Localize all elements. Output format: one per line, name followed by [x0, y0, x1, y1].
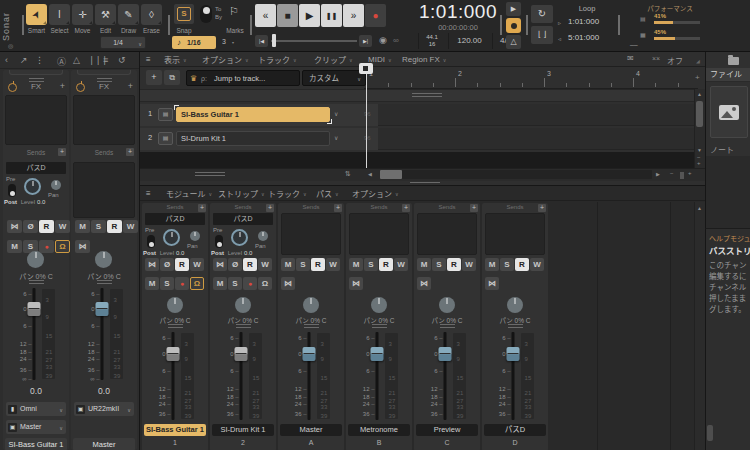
fader-cap[interactable] [234, 347, 247, 361]
position-slider[interactable] [271, 40, 357, 42]
add-track-button[interactable]: + [146, 70, 162, 85]
interleave-button[interactable]: ⋈ [145, 258, 159, 271]
send-level-knob[interactable] [231, 229, 248, 246]
h-scroll-thumb[interactable] [380, 170, 402, 179]
volume-fader[interactable]: 60612182436∞391521273339 [8, 286, 64, 382]
popout-icon[interactable]: ↗ [20, 55, 27, 65]
pause-button[interactable]: ❚❚ [321, 4, 342, 27]
send-slot[interactable]: パスD [213, 213, 273, 225]
volume-fader[interactable]: 60612182436∞391521273339 [76, 286, 132, 382]
track-row[interactable]: 1▤SI-Bass Guitar 1∨96 [140, 104, 694, 126]
mute-button[interactable]: M [213, 277, 227, 290]
add-send-button[interactable]: + [538, 204, 546, 212]
v-scrollbar[interactable] [694, 202, 705, 450]
strip-name[interactable]: Preview [416, 424, 478, 436]
interleave-button[interactable]: ⋈ [213, 258, 227, 271]
menu-item[interactable]: オプション∨ [352, 186, 399, 201]
undo-icon[interactable]: ↺ [118, 55, 125, 65]
snap-button[interactable]: S [174, 4, 194, 24]
pan-knob[interactable] [507, 297, 523, 313]
read-button[interactable]: R [107, 220, 122, 233]
record-button[interactable]: ● [365, 4, 386, 27]
add-send-button[interactable]: + [470, 204, 478, 212]
preset-select[interactable]: カスタム∨ [302, 70, 366, 86]
solo-button[interactable]: S [160, 277, 174, 290]
notes-label[interactable]: ノート [710, 144, 734, 155]
solo-button[interactable]: S [364, 258, 378, 271]
phase-button[interactable]: Ø [228, 258, 242, 271]
read-button[interactable]: R [39, 220, 54, 233]
strip-name[interactable]: Master [280, 424, 342, 436]
send-slot[interactable]: パスD [6, 162, 66, 174]
send-pan-knob[interactable] [258, 231, 268, 241]
metronome-mini-button[interactable]: △ [506, 35, 521, 49]
menu-icon[interactable]: ≡ [146, 189, 151, 198]
read-button[interactable]: R [243, 258, 257, 271]
fader-cap[interactable] [370, 347, 383, 361]
add-send-button[interactable]: + [402, 204, 410, 212]
pan-knob[interactable] [167, 297, 183, 313]
channel-name[interactable]: SI-Bass Guitar 1 [5, 438, 67, 450]
rewind-button[interactable]: « [255, 4, 276, 27]
punch-toggle-button[interactable]: ⌊ ⌋ [531, 26, 553, 44]
echo-button[interactable]: Ω [190, 277, 204, 290]
interleave-button[interactable]: ⋈ [7, 220, 22, 233]
grip-handle[interactable] [508, 324, 523, 328]
snap-resolution-button[interactable]: ♪1/16 [172, 36, 216, 49]
tool-select-button[interactable]: I [49, 4, 70, 25]
add-send-button[interactable]: + [126, 148, 134, 156]
track-name-field[interactable]: SI-Bass Guitar 1 [176, 107, 330, 122]
volume-fader[interactable]: 60612182436391521273339 [215, 330, 271, 422]
read-button[interactable]: R [447, 258, 461, 271]
skip-end-button[interactable]: ▶| [359, 35, 372, 47]
pan-knob[interactable] [27, 251, 44, 268]
list-icon[interactable]: ≡ [103, 55, 107, 65]
grip-handle[interactable] [29, 280, 44, 284]
tab-files[interactable]: ファイル [706, 68, 750, 82]
loop-toggle-button[interactable]: ↻ [531, 5, 553, 23]
grip-handle[interactable] [412, 93, 442, 97]
ripple-state[interactable]: オフ [667, 55, 683, 66]
fader-cap[interactable] [95, 302, 108, 316]
timeline-ruler[interactable]: 1234 [364, 68, 698, 89]
fader-cap[interactable] [27, 302, 40, 316]
interleave-button[interactable]: ⋈ [75, 240, 90, 253]
interleave-button[interactable]: ⋈ [417, 277, 431, 290]
pan-knob[interactable] [235, 297, 251, 313]
volume-fader[interactable]: 60612182436391521273339 [147, 330, 203, 422]
play-button[interactable]: ▶ [299, 4, 320, 27]
track-row[interactable]: 2▤SI-Drum Kit 1∨96 [140, 128, 694, 150]
grip-handle[interactable] [97, 280, 112, 284]
menu-item[interactable]: クリップ∨ [314, 52, 353, 67]
write-button[interactable]: W [55, 220, 70, 233]
volume-fader[interactable]: 60612182436391521273339 [283, 330, 339, 422]
menu-item[interactable]: ストリップ∨ [218, 186, 265, 201]
fader-cap[interactable] [506, 347, 519, 361]
tool-edit-button[interactable]: ⚒ [95, 4, 116, 25]
playhead-marker[interactable] [359, 63, 373, 74]
record-button[interactable]: ● [243, 277, 257, 290]
read-button[interactable]: R [515, 258, 529, 271]
mute-button[interactable]: M [281, 258, 295, 271]
skip-start-button[interactable]: |◀ [255, 35, 268, 47]
volume-fader[interactable]: 60612182436391521273339 [351, 330, 407, 422]
record-button[interactable]: ● [39, 240, 54, 253]
metronome-toggle-icon[interactable]: ◉ [379, 35, 387, 45]
ruler-zoom-button[interactable]: + [695, 73, 700, 82]
fader-cap[interactable] [302, 347, 315, 361]
menu-item[interactable]: オプション∨ [202, 52, 249, 67]
tool-smart-button[interactable]: ➤ [26, 4, 47, 25]
grip-handle[interactable] [372, 324, 387, 328]
read-button[interactable]: R [175, 258, 189, 271]
tool-draw-button[interactable]: ✎ [118, 4, 139, 25]
mute-button[interactable]: M [417, 258, 431, 271]
pre-post-toggle[interactable] [215, 235, 223, 248]
snap-value[interactable]: 3 [222, 38, 226, 45]
solo-button[interactable]: S [91, 220, 106, 233]
strip-name[interactable]: SI-Bass Guitar 1 [144, 424, 206, 436]
input-select[interactable]: ▮Omni∨ [6, 402, 66, 416]
position-slider-thumb[interactable] [272, 34, 276, 47]
pre-post-toggle[interactable] [8, 184, 16, 197]
write-button[interactable]: W [123, 220, 138, 233]
envelope-icon[interactable]: ✉ [627, 54, 634, 63]
